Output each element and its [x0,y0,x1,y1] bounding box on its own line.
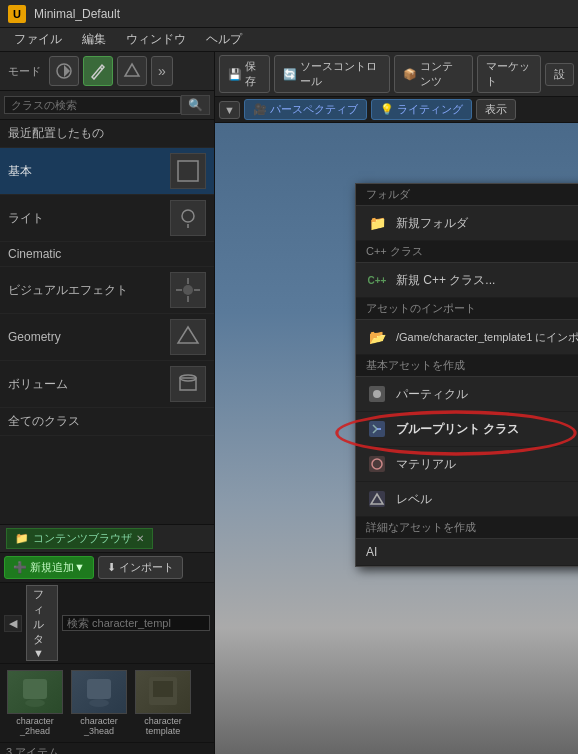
perspective-icon: 🎥 [253,103,267,116]
lighting-btn[interactable]: 💡 ライティング [371,99,472,120]
new-add-btn[interactable]: ➕ 新規追加▼ [4,556,94,579]
mode-select-icon[interactable] [49,56,79,86]
category-light[interactable]: ライト [0,195,214,242]
perspective-btn[interactable]: 🎥 パースペクティブ [244,99,367,120]
settings-btn[interactable]: 設 [545,63,574,86]
viewport[interactable]: フォルダ 📁 新規フォルダ C++ クラス C++ 新規 C++ クラス... … [215,123,578,754]
svg-rect-16 [153,681,173,697]
asset-char3head[interactable]: character_3head [70,670,128,736]
main-area: モード » 🔍 最近配置したもの 基本 [0,52,578,754]
import-btn[interactable]: ⬇ インポート [98,556,183,579]
content-search-input[interactable] [62,615,210,631]
content-icon: 📦 [403,68,417,81]
source-control-btn[interactable]: 🔄 ソースコントロール [274,55,390,93]
ctx-section-cpp: C++ クラス [356,241,578,263]
category-all[interactable]: 全てのクラス [0,408,214,436]
viewport-dropdown-btn[interactable]: ▼ [219,101,240,119]
svg-point-5 [182,210,194,222]
category-geometry[interactable]: Geometry [0,314,214,361]
ctx-blueprint[interactable]: ブループリント クラス [356,412,578,447]
mode-paint-icon[interactable] [83,56,113,86]
search-icon-btn[interactable]: 🔍 [181,95,210,115]
cb-header: 📁 コンテンツブラウザ ✕ [0,525,214,553]
category-vfx[interactable]: ビジュアルエフェクト [0,267,214,314]
svg-point-12 [25,699,45,707]
geometry-thumb [170,319,206,355]
ctx-particle[interactable]: パーティクル [356,377,578,412]
viewport-bar: ▼ 🎥 パースペクティブ 💡 ライティング 表示 [215,97,578,123]
mode-more-btn[interactable]: » [151,56,173,86]
menu-file[interactable]: ファイル [4,28,72,52]
ue-logo: U [8,5,26,23]
svg-marker-3 [125,64,139,76]
search-bar: 🔍 [0,91,214,120]
asset-thumb-char2head [7,670,63,714]
category-basic[interactable]: 基本 [0,148,214,195]
cpp-icon: C++ [366,269,388,291]
level-icon [366,488,388,510]
svg-point-18 [373,390,381,398]
save-icon: 💾 [228,68,242,81]
svg-point-14 [89,699,109,707]
source-control-icon: 🔄 [283,68,297,81]
import-icon: ⬇ [107,561,116,574]
content-btn[interactable]: 📦 コンテンツ [394,55,473,93]
left-panel: モード » 🔍 最近配置したもの 基本 [0,52,215,754]
ctx-new-folder[interactable]: 📁 新規フォルダ [356,206,578,241]
import-folder-icon: 📂 [366,326,388,348]
ctx-new-cpp[interactable]: C++ 新規 C++ クラス... [356,263,578,298]
blueprint-icon [366,418,388,440]
category-cinematic[interactable]: Cinematic [0,242,214,267]
ctx-section-folder: フォルダ [356,184,578,206]
particle-icon [366,383,388,405]
asset-label-template: charactertemplate [144,716,182,736]
ctx-import-path[interactable]: 📂 /Game/character_template1 にインポート... [356,320,578,355]
ctx-level[interactable]: レベル [356,482,578,517]
market-btn[interactable]: マーケット [477,55,541,93]
category-recent[interactable]: 最近配置したもの [0,120,214,148]
svg-rect-11 [23,679,47,699]
category-volume[interactable]: ボリューム [0,361,214,408]
show-btn[interactable]: 表示 [476,99,516,120]
ctx-section-import: アセットのインポート [356,298,578,320]
content-browser-panel: 📁 コンテンツブラウザ ✕ ➕ 新規追加▼ ⬇ インポート ◀ フィルタ▼ [0,524,214,754]
mode-bar: モード » [0,52,214,91]
category-list: 最近配置したもの 基本 ライト Cinematic ビジュアルエフェクト [0,120,214,524]
basic-thumb [170,153,206,189]
right-panel: 💾 保存 🔄 ソースコントロール 📦 コンテンツ マーケット 設 ▼ 🎥 [215,52,578,754]
ctx-material[interactable]: マテリアル [356,447,578,482]
path-back-btn[interactable]: ◀ [4,615,22,632]
menu-window[interactable]: ウィンドウ [116,28,196,52]
asset-thumb-template [135,670,191,714]
menu-help[interactable]: ヘルプ [196,28,252,52]
asset-template[interactable]: charactertemplate [134,670,192,736]
new-folder-icon: 📁 [366,212,388,234]
material-icon [366,453,388,475]
asset-label-char2head: character_2head [16,716,54,736]
title-bar: U Minimal_Default [0,0,578,28]
svg-rect-13 [87,679,111,699]
menu-edit[interactable]: 編集 [72,28,116,52]
svg-marker-8 [178,327,198,343]
cb-tab-close[interactable]: ✕ [136,533,144,544]
asset-label-char3head: character_3head [80,716,118,736]
ctx-ai[interactable]: AI ▶ [356,539,578,566]
svg-rect-4 [178,161,198,181]
light-thumb [170,200,206,236]
class-search-input[interactable] [4,96,181,114]
asset-char2head[interactable]: character_2head [6,670,64,736]
svg-line-2 [100,67,102,69]
mode-label: モード [4,62,45,81]
volume-thumb [170,366,206,402]
cb-status: 3 アイテム [0,742,214,754]
filter-btn[interactable]: フィルタ▼ [26,585,58,661]
ctx-section-detailed: 詳細なアセットを作成 [356,517,578,539]
mode-geometry-icon[interactable] [117,56,147,86]
toolbar-top: 💾 保存 🔄 ソースコントロール 📦 コンテンツ マーケット 設 [215,52,578,97]
context-menu: フォルダ 📁 新規フォルダ C++ クラス C++ 新規 C++ クラス... … [355,183,578,567]
save-btn[interactable]: 💾 保存 [219,55,270,93]
cb-toolbar: ➕ 新規追加▼ ⬇ インポート [0,553,214,583]
asset-thumb-char3head [71,670,127,714]
content-browser-tab[interactable]: 📁 コンテンツブラウザ ✕ [6,528,153,549]
cb-content: character_2head character_3head characte… [0,664,214,742]
